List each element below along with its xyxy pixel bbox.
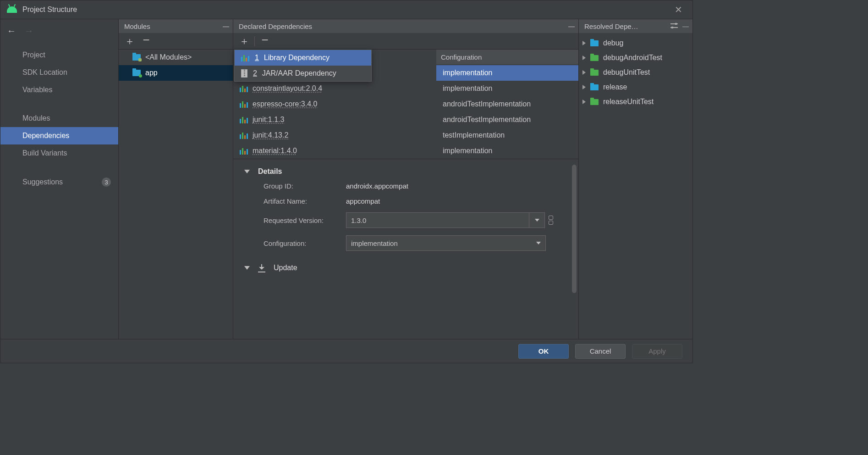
library-icon [240, 132, 248, 139]
folder-icon [590, 55, 599, 61]
resolved-item-debug-unit-test[interactable]: debugUnitTest [579, 65, 692, 80]
group-id-label: Group ID: [264, 182, 346, 190]
svg-rect-11 [244, 104, 246, 108]
declared-header: Declared Dependencies [239, 22, 312, 30]
android-icon [7, 6, 17, 13]
popup-library-dependency[interactable]: 1 Library Dependency [235, 50, 371, 66]
window-title: Project Structure [22, 6, 77, 14]
forward-arrow-icon: → [24, 26, 33, 36]
modules-header: Modules [124, 22, 150, 30]
scrollbar[interactable] [572, 165, 577, 293]
artifact-label: Artifact Name: [264, 197, 346, 205]
config-label: Configuration: [264, 239, 346, 247]
dep-col-config: Configuration [436, 50, 578, 65]
dialog-footer: OK Cancel Apply [0, 339, 692, 363]
popup-jar-aar-dependency[interactable]: 2 JAR/AAR Dependency [235, 66, 371, 81]
resolved-item-debug-android-test[interactable]: debugAndroidTest [579, 50, 692, 65]
add-module-button[interactable]: ＋ [122, 34, 137, 48]
svg-rect-9 [240, 103, 241, 108]
nav-item-dependencies[interactable]: Dependencies [0, 127, 118, 144]
modules-panel: Modules — ＋ − <All Modules> app [119, 19, 233, 339]
group-id-value: androidx.appcompat [346, 182, 567, 190]
configuration-combo[interactable]: implementation [346, 235, 546, 251]
svg-rect-16 [247, 118, 248, 123]
minimize-icon[interactable]: — [682, 22, 689, 30]
details-title: Details [258, 167, 282, 176]
minimize-icon[interactable]: — [223, 22, 229, 30]
collapse-icon[interactable] [244, 170, 250, 173]
ok-button[interactable]: OK [518, 344, 569, 359]
version-handle-icon[interactable] [549, 216, 553, 225]
svg-rect-1 [243, 55, 245, 61]
svg-rect-22 [242, 148, 243, 155]
svg-rect-28 [671, 27, 673, 28]
modules-folder-icon [132, 54, 141, 61]
nav-item-modules[interactable]: Modules [0, 110, 118, 127]
svg-rect-7 [244, 89, 246, 92]
svg-rect-0 [241, 57, 242, 61]
remove-dependency-button[interactable]: − [258, 34, 272, 48]
project-structure-dialog: Project Structure ✕ ← → Project SDK Loca… [0, 0, 693, 363]
svg-rect-19 [244, 135, 246, 139]
add-dependency-popup: 1 Library Dependency 2 JAR/AAR Dependenc… [234, 50, 372, 82]
library-icon [241, 54, 249, 61]
resolved-item-release-unit-test[interactable]: releaseUnitTest [579, 94, 692, 109]
suggestions-badge: 3 [102, 178, 111, 187]
update-title: Update [274, 264, 297, 272]
close-icon[interactable]: ✕ [671, 2, 686, 17]
svg-rect-14 [242, 117, 243, 123]
resolved-item-debug[interactable]: debug [579, 36, 692, 50]
svg-rect-17 [240, 134, 241, 139]
svg-rect-8 [247, 87, 248, 92]
svg-rect-2 [246, 58, 247, 61]
add-dependency-button[interactable]: ＋ [237, 34, 252, 48]
settings-icon[interactable] [670, 22, 678, 30]
remove-module-button[interactable]: − [139, 34, 154, 48]
svg-rect-18 [242, 133, 243, 139]
chevron-right-icon [582, 85, 586, 89]
app-module-icon [132, 70, 141, 76]
chevron-down-icon [536, 242, 541, 244]
apply-button: Apply [632, 344, 682, 359]
titlebar: Project Structure ✕ [0, 0, 692, 19]
archive-icon [241, 69, 247, 78]
chevron-right-icon [582, 41, 586, 45]
resolved-header: Resolved Depe… [584, 22, 638, 30]
svg-rect-5 [240, 88, 241, 92]
svg-rect-24 [247, 149, 248, 155]
artifact-value: appcompat [346, 197, 567, 205]
chevron-right-icon [582, 100, 586, 104]
svg-rect-27 [675, 23, 677, 25]
folder-icon [590, 99, 599, 105]
svg-rect-23 [244, 151, 246, 155]
svg-rect-6 [242, 86, 243, 92]
declared-dependencies-panel: Declared Dependencies — ＋ − [233, 19, 579, 339]
folder-icon [590, 70, 599, 76]
nav-item-sdk-location[interactable]: SDK Location [0, 64, 118, 81]
module-app[interactable]: app [119, 65, 233, 81]
svg-rect-21 [240, 150, 241, 155]
collapse-icon[interactable] [244, 266, 250, 270]
version-combo[interactable]: 1.3.0 [346, 212, 529, 228]
download-icon [258, 264, 265, 272]
svg-rect-13 [240, 119, 241, 123]
back-arrow-icon[interactable]: ← [7, 26, 16, 36]
version-label: Requested Version: [264, 216, 346, 224]
left-nav: ← → Project SDK Location Variables Modul… [0, 19, 119, 339]
svg-rect-15 [244, 120, 246, 123]
svg-rect-3 [248, 56, 249, 61]
svg-rect-20 [247, 133, 248, 139]
nav-item-variables[interactable]: Variables [0, 81, 118, 99]
minimize-icon[interactable]: — [568, 22, 575, 30]
nav-item-project[interactable]: Project [0, 46, 118, 64]
svg-rect-10 [242, 101, 243, 108]
folder-icon [590, 40, 599, 46]
nav-item-suggestions[interactable]: Suggestions 3 [0, 173, 118, 191]
resolved-item-release[interactable]: release [579, 80, 692, 94]
version-dropdown-button[interactable] [529, 212, 545, 228]
module-all[interactable]: <All Modules> [119, 50, 233, 65]
nav-item-build-variants[interactable]: Build Variants [0, 144, 118, 162]
dependency-details: Details Group ID: androidx.appcompat Art… [233, 159, 578, 339]
cancel-button[interactable]: Cancel [575, 344, 626, 359]
library-icon [240, 147, 248, 155]
